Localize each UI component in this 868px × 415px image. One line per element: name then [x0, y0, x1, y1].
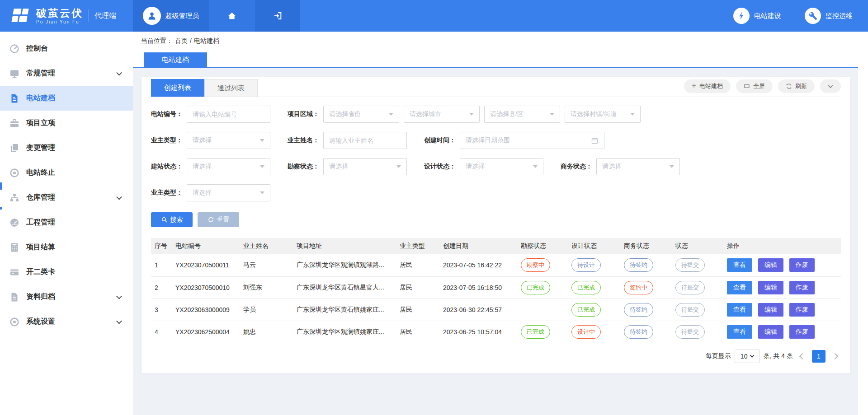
- survey-status-select[interactable]: 请选择: [323, 158, 407, 175]
- status-badge: 已完成: [571, 303, 601, 317]
- county-select[interactable]: 请选择县/区: [484, 106, 560, 123]
- pagination: 每页显示 10 条, 共 4 条 1: [151, 350, 841, 363]
- chevron-down-icon: [469, 113, 474, 116]
- owner-name-input[interactable]: [323, 132, 407, 149]
- field-label: 创建时间：: [424, 136, 456, 145]
- prev-page-icon[interactable]: [799, 353, 806, 359]
- next-page-icon[interactable]: [832, 353, 838, 359]
- logo-icon: [10, 8, 32, 24]
- sidebar-item-engineering-mgmt[interactable]: 工程管理: [0, 210, 133, 235]
- sidebar-item-station-filing[interactable]: 电站建档: [0, 86, 133, 111]
- col-header: 业主类型: [396, 238, 439, 254]
- page-number-button[interactable]: 1: [812, 350, 826, 363]
- sidebar-item-station-termination[interactable]: 电站终止: [0, 160, 133, 185]
- search-button[interactable]: 搜索: [151, 212, 193, 227]
- filter-station-no: 电站编号：: [151, 106, 270, 123]
- page-tab-station-filing[interactable]: 电站建档: [144, 52, 207, 67]
- sidebar-item-label: 控制台: [26, 44, 48, 53]
- province-select[interactable]: 请选择省份: [323, 106, 399, 123]
- cell-created: 2023-06-30 22:45:57: [439, 298, 517, 321]
- current-user[interactable]: 超级管理员: [133, 0, 209, 32]
- reset-button[interactable]: 重置: [198, 212, 239, 227]
- owner-type-select-2[interactable]: 请选择: [187, 184, 270, 201]
- view-button[interactable]: 查看: [727, 258, 752, 272]
- logout-button[interactable]: [255, 0, 300, 32]
- business-status-select[interactable]: 请选择: [596, 158, 680, 175]
- sidebar-item-project-initiation[interactable]: 项目立项: [0, 111, 133, 135]
- filter-build-status: 建站状态： 请选择: [151, 158, 270, 175]
- create-station-button[interactable]: + 电站建档: [684, 79, 731, 93]
- search-icon: [161, 216, 168, 223]
- col-header: 序号: [151, 238, 172, 254]
- collapse-button[interactable]: [820, 79, 841, 93]
- void-button[interactable]: 作废: [789, 281, 815, 294]
- view-button[interactable]: 查看: [727, 325, 752, 339]
- edit-button[interactable]: 编辑: [758, 325, 783, 339]
- per-page-value: 10: [741, 353, 748, 360]
- owner-type-select[interactable]: 请选择: [187, 132, 270, 149]
- app-root: 破茧云伏 Po Jian Yun Fu 代理端 超级管理员: [0, 0, 868, 415]
- briefcase-icon: [9, 118, 20, 129]
- logout-icon: [273, 11, 283, 21]
- wrench-icon: [805, 8, 821, 24]
- refresh-icon: [786, 83, 792, 89]
- per-page-label: 每页显示: [706, 352, 731, 360]
- sidebar-item-label: 仓库管理: [26, 193, 55, 202]
- edit-button[interactable]: 编辑: [758, 281, 783, 294]
- station-no-input[interactable]: [187, 106, 270, 123]
- sidebar-item-console[interactable]: 控制台: [0, 36, 133, 61]
- design-status-select[interactable]: 请选择: [460, 158, 543, 175]
- select-placeholder: 请选择省份: [329, 110, 361, 118]
- chevron-down-icon: [116, 318, 122, 324]
- home-button[interactable]: [209, 0, 255, 32]
- edit-button[interactable]: 编辑: [758, 258, 783, 272]
- edit-button[interactable]: 编辑: [758, 303, 783, 317]
- home-icon: [227, 11, 237, 21]
- void-button[interactable]: 作废: [789, 258, 815, 272]
- nav-monitor-ops[interactable]: 监控运维: [805, 8, 853, 24]
- fullscreen-button[interactable]: 全屏: [736, 79, 773, 93]
- sidebar-item-label: 变更管理: [26, 143, 55, 153]
- street-select[interactable]: 请选择村镇/街道: [565, 106, 641, 123]
- chevron-down-icon: [396, 165, 401, 168]
- void-button[interactable]: 作废: [789, 325, 815, 339]
- col-header: 勘察状态: [517, 238, 568, 254]
- breadcrumb-home-link[interactable]: 首页: [175, 37, 188, 45]
- table-row: 3 YX2023063000009 学员 广东深圳龙华区黄石镇姚家庄... 居民…: [151, 298, 841, 321]
- tab-passed-list[interactable]: 通过列表: [204, 79, 258, 97]
- city-select[interactable]: 请选择城市: [404, 106, 480, 123]
- refresh-button[interactable]: 刷新: [778, 79, 815, 93]
- sidebar-item-general-mgmt[interactable]: 常规管理: [0, 61, 133, 86]
- sidebar-item-change-mgmt[interactable]: 变更管理: [0, 135, 133, 160]
- date-range-input[interactable]: 请选择日期范围: [460, 132, 604, 149]
- cell-owner: 学员: [240, 298, 293, 321]
- per-page-select[interactable]: 10: [735, 350, 760, 363]
- sidebar-item-open-card[interactable]: 开二类卡: [0, 260, 133, 284]
- nav-station-construction[interactable]: 电站建设: [733, 8, 781, 24]
- tab-create-list[interactable]: 创建列表: [151, 79, 204, 97]
- void-button[interactable]: 作废: [789, 303, 815, 317]
- view-button[interactable]: 查看: [727, 281, 752, 294]
- calendar-icon: [591, 137, 599, 145]
- select-placeholder: 请选择县/区: [490, 110, 524, 118]
- scrollbar-track[interactable]: [858, 32, 868, 415]
- view-button[interactable]: 查看: [727, 303, 752, 317]
- select-placeholder: 请选择城市: [410, 110, 441, 118]
- button-label: 电站建档: [699, 82, 723, 90]
- card-toolbar: + 电站建档 全屏: [684, 79, 841, 93]
- status-badge: 待提交: [675, 281, 705, 294]
- sidebar-item-warehouse-mgmt[interactable]: 仓库管理: [0, 185, 133, 210]
- sidebar-item-archive[interactable]: 资料归档: [0, 284, 133, 309]
- field-label: 设计状态：: [424, 163, 456, 171]
- sidebar-item-project-settlement[interactable]: 项目结算: [0, 235, 133, 260]
- avatar: [143, 7, 161, 25]
- build-status-select[interactable]: 请选择: [187, 158, 270, 175]
- sidebar-item-label: 开二类卡: [26, 267, 55, 277]
- sidebar-item-label: 项目立项: [26, 118, 55, 128]
- cell-created: 2023-06-25 10:57:04: [439, 321, 517, 343]
- chevron-down-icon: [630, 113, 635, 116]
- chevron-down-icon: [116, 70, 122, 75]
- sidebar-item-system-settings[interactable]: 系统设置: [0, 309, 133, 334]
- status-badge: 待签约: [624, 325, 653, 339]
- sidebar-item-label: 工程管理: [26, 218, 55, 227]
